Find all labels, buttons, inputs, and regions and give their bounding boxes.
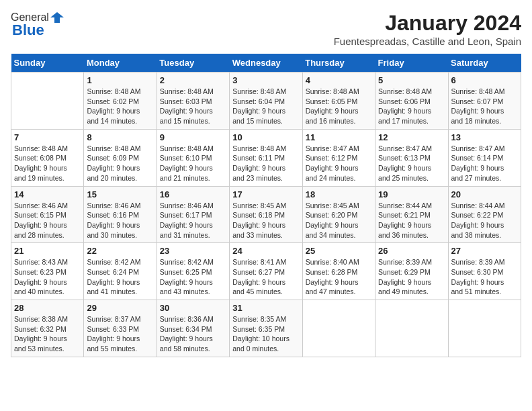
title-area: January 2024 Fuentespreadas, Castille an… (334, 11, 521, 47)
calendar-cell: 25Sunrise: 8:40 AM Sunset: 6:28 PM Dayli… (302, 243, 375, 300)
day-info: Sunrise: 8:41 AM Sunset: 6:27 PM Dayligh… (232, 257, 299, 297)
calendar-cell: 29Sunrise: 8:37 AM Sunset: 6:33 PM Dayli… (84, 300, 157, 357)
day-number: 13 (451, 132, 518, 142)
day-info: Sunrise: 8:40 AM Sunset: 6:28 PM Dayligh… (306, 257, 372, 297)
calendar-cell: 6Sunrise: 8:48 AM Sunset: 6:07 PM Daylig… (448, 73, 521, 130)
day-info: Sunrise: 8:46 AM Sunset: 6:15 PM Dayligh… (14, 201, 81, 240)
day-number: 14 (14, 189, 81, 199)
calendar-cell: 21Sunrise: 8:43 AM Sunset: 6:23 PM Dayli… (11, 243, 84, 300)
svg-marker-0 (50, 12, 64, 23)
day-info: Sunrise: 8:43 AM Sunset: 6:23 PM Dayligh… (14, 257, 81, 297)
day-number: 27 (451, 246, 518, 256)
day-number: 10 (232, 132, 299, 142)
day-info: Sunrise: 8:48 AM Sunset: 6:10 PM Dayligh… (160, 144, 226, 183)
calendar-cell: 8Sunrise: 8:48 AM Sunset: 6:09 PM Daylig… (84, 129, 157, 186)
calendar-cell: 17Sunrise: 8:45 AM Sunset: 6:18 PM Dayli… (230, 186, 302, 243)
calendar-cell: 27Sunrise: 8:39 AM Sunset: 6:30 PM Dayli… (448, 243, 521, 300)
day-info: Sunrise: 8:48 AM Sunset: 6:08 PM Dayligh… (14, 144, 81, 183)
calendar-cell: 31Sunrise: 8:35 AM Sunset: 6:35 PM Dayli… (230, 300, 302, 357)
day-number: 22 (87, 246, 153, 256)
logo-blue-text: Blue (11, 21, 44, 39)
day-header-friday: Friday (375, 54, 448, 73)
day-number: 1 (87, 75, 153, 85)
calendar-cell (302, 300, 375, 357)
day-number: 21 (14, 246, 81, 256)
calendar-cell: 22Sunrise: 8:42 AM Sunset: 6:24 PM Dayli… (84, 243, 157, 300)
day-info: Sunrise: 8:36 AM Sunset: 6:34 PM Dayligh… (160, 314, 226, 354)
day-info: Sunrise: 8:42 AM Sunset: 6:25 PM Dayligh… (160, 257, 226, 297)
day-info: Sunrise: 8:48 AM Sunset: 6:04 PM Dayligh… (232, 87, 299, 126)
day-header-monday: Monday (84, 54, 157, 73)
day-info: Sunrise: 8:39 AM Sunset: 6:30 PM Dayligh… (451, 257, 518, 297)
calendar-cell: 3Sunrise: 8:48 AM Sunset: 6:04 PM Daylig… (230, 73, 302, 130)
day-number: 12 (378, 132, 445, 142)
day-number: 20 (451, 189, 518, 199)
day-info: Sunrise: 8:35 AM Sunset: 6:35 PM Dayligh… (232, 314, 299, 354)
day-info: Sunrise: 8:48 AM Sunset: 6:03 PM Dayligh… (160, 87, 226, 126)
calendar-cell (11, 73, 84, 130)
logo-bird-icon (50, 11, 64, 24)
day-info: Sunrise: 8:45 AM Sunset: 6:18 PM Dayligh… (232, 201, 299, 240)
day-header-saturday: Saturday (448, 54, 521, 73)
calendar-cell: 13Sunrise: 8:47 AM Sunset: 6:14 PM Dayli… (448, 129, 521, 186)
day-info: Sunrise: 8:44 AM Sunset: 6:21 PM Dayligh… (378, 201, 445, 240)
day-info: Sunrise: 8:39 AM Sunset: 6:29 PM Dayligh… (378, 257, 445, 297)
calendar-cell: 9Sunrise: 8:48 AM Sunset: 6:10 PM Daylig… (157, 129, 229, 186)
calendar-cell: 19Sunrise: 8:44 AM Sunset: 6:21 PM Dayli… (375, 186, 448, 243)
day-info: Sunrise: 8:47 AM Sunset: 6:14 PM Dayligh… (451, 144, 518, 183)
day-header-thursday: Thursday (302, 54, 375, 73)
calendar-cell (375, 300, 448, 357)
calendar-cell: 12Sunrise: 8:47 AM Sunset: 6:13 PM Dayli… (375, 129, 448, 186)
calendar-cell: 28Sunrise: 8:38 AM Sunset: 6:32 PM Dayli… (11, 300, 84, 357)
day-number: 9 (160, 132, 226, 142)
calendar-cell: 7Sunrise: 8:48 AM Sunset: 6:08 PM Daylig… (11, 129, 84, 186)
day-number: 3 (232, 75, 299, 85)
day-info: Sunrise: 8:48 AM Sunset: 6:06 PM Dayligh… (378, 87, 445, 126)
day-info: Sunrise: 8:38 AM Sunset: 6:32 PM Dayligh… (14, 314, 81, 354)
day-info: Sunrise: 8:48 AM Sunset: 6:05 PM Dayligh… (306, 87, 372, 126)
calendar-week-row: 21Sunrise: 8:43 AM Sunset: 6:23 PM Dayli… (11, 243, 521, 300)
day-header-sunday: Sunday (11, 54, 84, 73)
calendar-table: SundayMondayTuesdayWednesdayThursdayFrid… (11, 54, 521, 357)
calendar-week-row: 14Sunrise: 8:46 AM Sunset: 6:15 PM Dayli… (11, 186, 521, 243)
day-header-wednesday: Wednesday (230, 54, 302, 73)
day-info: Sunrise: 8:47 AM Sunset: 6:13 PM Dayligh… (378, 144, 445, 183)
day-number: 23 (160, 246, 226, 256)
calendar-week-row: 7Sunrise: 8:48 AM Sunset: 6:08 PM Daylig… (11, 129, 521, 186)
day-number: 31 (232, 303, 299, 313)
day-number: 24 (232, 246, 299, 256)
day-number: 7 (14, 132, 81, 142)
day-header-tuesday: Tuesday (157, 54, 229, 73)
calendar-cell: 18Sunrise: 8:45 AM Sunset: 6:20 PM Dayli… (302, 186, 375, 243)
calendar-cell: 14Sunrise: 8:46 AM Sunset: 6:15 PM Dayli… (11, 186, 84, 243)
day-number: 8 (87, 132, 153, 142)
day-info: Sunrise: 8:48 AM Sunset: 6:11 PM Dayligh… (232, 144, 299, 183)
day-info: Sunrise: 8:47 AM Sunset: 6:12 PM Dayligh… (306, 144, 372, 183)
day-info: Sunrise: 8:46 AM Sunset: 6:17 PM Dayligh… (160, 201, 226, 240)
month-title: January 2024 (334, 11, 521, 36)
day-number: 5 (378, 75, 445, 85)
day-info: Sunrise: 8:44 AM Sunset: 6:22 PM Dayligh… (451, 201, 518, 240)
calendar-cell: 1Sunrise: 8:48 AM Sunset: 6:02 PM Daylig… (84, 73, 157, 130)
calendar-cell: 5Sunrise: 8:48 AM Sunset: 6:06 PM Daylig… (375, 73, 448, 130)
calendar-cell: 30Sunrise: 8:36 AM Sunset: 6:34 PM Dayli… (157, 300, 229, 357)
day-number: 30 (160, 303, 226, 313)
calendar-cell: 26Sunrise: 8:39 AM Sunset: 6:29 PM Dayli… (375, 243, 448, 300)
calendar-cell: 15Sunrise: 8:46 AM Sunset: 6:16 PM Dayli… (84, 186, 157, 243)
day-number: 6 (451, 75, 518, 85)
day-number: 28 (14, 303, 81, 313)
calendar-week-row: 28Sunrise: 8:38 AM Sunset: 6:32 PM Dayli… (11, 300, 521, 357)
day-number: 19 (378, 189, 445, 199)
calendar-cell: 20Sunrise: 8:44 AM Sunset: 6:22 PM Dayli… (448, 186, 521, 243)
day-info: Sunrise: 8:48 AM Sunset: 6:09 PM Dayligh… (87, 144, 153, 183)
calendar-cell: 11Sunrise: 8:47 AM Sunset: 6:12 PM Dayli… (302, 129, 375, 186)
day-number: 11 (306, 132, 372, 142)
calendar-cell: 24Sunrise: 8:41 AM Sunset: 6:27 PM Dayli… (230, 243, 302, 300)
day-number: 26 (378, 246, 445, 256)
day-number: 17 (232, 189, 299, 199)
calendar-header-row: SundayMondayTuesdayWednesdayThursdayFrid… (11, 54, 521, 73)
day-number: 15 (87, 189, 153, 199)
day-info: Sunrise: 8:46 AM Sunset: 6:16 PM Dayligh… (87, 201, 153, 240)
day-info: Sunrise: 8:37 AM Sunset: 6:33 PM Dayligh… (87, 314, 153, 354)
day-number: 29 (87, 303, 153, 313)
